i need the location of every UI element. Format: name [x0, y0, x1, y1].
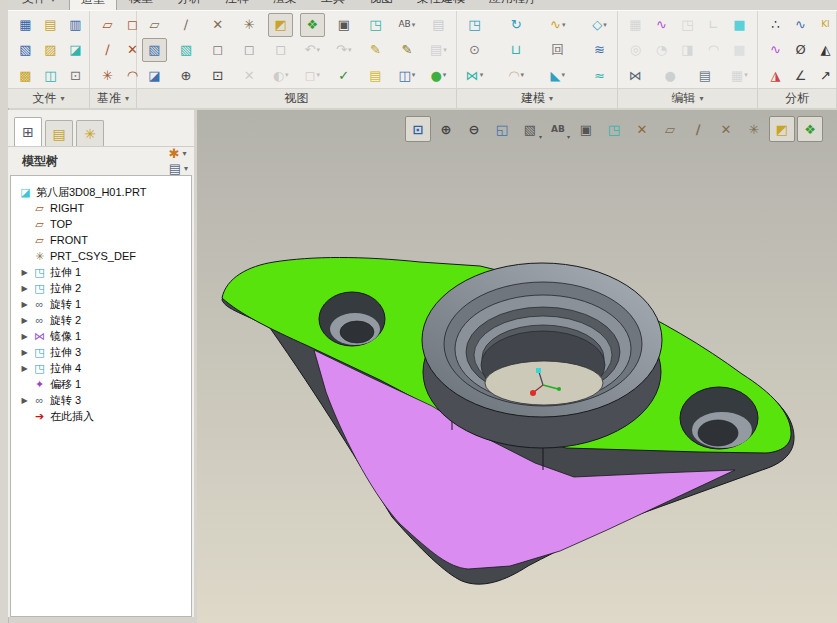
merge-button[interactable]: ■	[727, 13, 752, 37]
tree-item-RIGHT[interactable]: ▱RIGHT	[11, 200, 191, 216]
saved-views-button[interactable]: AB▾	[545, 116, 571, 142]
freestyle-button[interactable]: ≈	[587, 63, 612, 87]
extend-button[interactable]: ∟	[701, 13, 726, 37]
windows-button[interactable]: ◫▾	[394, 63, 419, 87]
shell-button[interactable]: 回	[545, 38, 570, 62]
expand-arrow-icon[interactable]: ▶	[18, 316, 31, 325]
axis-display-button[interactable]: ∕	[174, 13, 199, 37]
wireframe-button[interactable]: ◻	[268, 38, 293, 62]
central-boss[interactable]	[422, 263, 662, 448]
extrude-button[interactable]: ◳	[462, 13, 487, 37]
shade-with-edges-button[interactable]: ▧	[142, 38, 167, 62]
counterbore-hole-left[interactable]	[319, 292, 385, 346]
save-button[interactable]: ▦	[13, 13, 38, 37]
counterbore-hole-right[interactable]	[680, 387, 758, 449]
expand-arrow-icon[interactable]: ▶	[18, 300, 31, 309]
tree-item-偏移 1[interactable]: ✦偏移 1	[11, 376, 191, 392]
blend-button[interactable]: ◇▾	[587, 13, 612, 37]
display-style-button[interactable]: ▧▾	[517, 116, 543, 142]
favorites-tab[interactable]: ✳	[76, 120, 104, 146]
mirror-button[interactable]: ⋈	[623, 63, 648, 87]
datum-csys-button[interactable]: ✳	[95, 63, 120, 87]
tree-item-第八届3D08_H01.PRT[interactable]: ◪第八届3D08_H01.PRT	[11, 184, 191, 200]
curve-analysis-button[interactable]: ∿	[763, 38, 788, 62]
visibility-button[interactable]: ◐▾	[268, 63, 293, 87]
spin-center-button[interactable]: ❖	[300, 13, 325, 37]
snapshot-button[interactable]: ▣	[331, 13, 356, 37]
group-label-建模[interactable]: 建模▾	[457, 89, 618, 108]
boundary-surface-button[interactable]: ≋	[587, 38, 612, 62]
group-label-编辑[interactable]: 编辑▾	[618, 89, 758, 108]
project-button[interactable]: ◨	[675, 38, 700, 62]
graphics-area[interactable]: ⊡⊕⊖◱▧▾AB▾▣◳✕▱∕✕✳◩❖	[197, 110, 837, 623]
ribbon-tab-柔性建模[interactable]: 柔性建模	[405, 0, 477, 10]
shaded-curvature-button[interactable]: ◮	[763, 63, 788, 87]
view-normal-button[interactable]: ◳	[601, 116, 627, 142]
ribbon-tab-分析[interactable]: 分析	[165, 0, 213, 10]
group-label-分析[interactable]: 分析	[758, 89, 837, 108]
group-button[interactable]: ▤	[692, 63, 717, 87]
angle-analysis-button[interactable]: ∠	[788, 63, 813, 87]
round-button[interactable]: ◠▾	[504, 63, 529, 87]
csys-display-button[interactable]: ✳	[237, 13, 262, 37]
solidify-button[interactable]: ■	[727, 38, 752, 62]
window-restore-button[interactable]: ⊡	[63, 63, 88, 87]
offset-button[interactable]: ◎	[623, 38, 648, 62]
mass-properties-button[interactable]: KI	[813, 13, 837, 37]
copy-button[interactable]: ▤	[426, 13, 451, 37]
spin-center-button[interactable]: ❖	[797, 116, 823, 142]
tree-filters-button[interactable]: ▤▾	[169, 161, 188, 176]
flow-analysis-button[interactable]: ↗	[813, 63, 837, 87]
model-tree-tab[interactable]: ⊞	[14, 117, 42, 146]
expand-arrow-icon[interactable]: ▶	[18, 268, 31, 277]
measure-button[interactable]: ∴	[763, 13, 788, 37]
unhide-button[interactable]: ✕	[237, 63, 262, 87]
tree-tools-button[interactable]: ✱▾	[169, 146, 188, 161]
tree-item-PRT_CSYS_DEF[interactable]: ✳PRT_CSYS_DEF	[11, 248, 191, 264]
shade-button[interactable]: ▧	[174, 38, 199, 62]
tree-item-拉伸 4[interactable]: ▶◳拉伸 4	[11, 360, 191, 376]
regenerate-button[interactable]: ✎	[363, 38, 388, 62]
zoom-out-button[interactable]: ⊖	[461, 116, 487, 142]
import-button[interactable]: ◫	[38, 63, 63, 87]
named-views-button[interactable]: AB▾	[394, 13, 419, 37]
tree-item-拉伸 3[interactable]: ▶◳拉伸 3	[11, 344, 191, 360]
ribbon-tab-应用程序[interactable]: 应用程序	[477, 0, 549, 10]
save-as-button[interactable]: ▥	[63, 13, 88, 37]
curvature-button[interactable]: ◭	[813, 38, 837, 62]
zoom-in-button[interactable]: ⊕	[174, 63, 199, 87]
snapshot-button[interactable]: ▣	[573, 116, 599, 142]
plane-display-button[interactable]: ▱	[142, 13, 167, 37]
tree-item-TOP[interactable]: ▱TOP	[11, 216, 191, 232]
point-display-button[interactable]: ✕	[713, 116, 739, 142]
axis-display-button[interactable]: ∕	[685, 116, 711, 142]
hole-button[interactable]: ⊔	[504, 38, 529, 62]
tree-item-FRONT[interactable]: ▱FRONT	[11, 232, 191, 248]
tree-item-在此插入[interactable]: ➔在此插入	[11, 408, 191, 424]
revolve-button[interactable]: ↻	[504, 13, 529, 37]
folder-browser-tab[interactable]: ▤	[45, 120, 73, 146]
ribbon-tab-工具[interactable]: 工具	[309, 0, 357, 10]
open-button[interactable]: ▤	[38, 13, 63, 37]
datum-display-off-button[interactable]: ✕	[629, 116, 655, 142]
paste-button[interactable]: ▤▾	[426, 38, 451, 62]
expand-arrow-icon[interactable]: ▶	[18, 348, 31, 357]
tree-item-拉伸 1[interactable]: ▶◳拉伸 1	[11, 264, 191, 280]
tree-item-旋转 2[interactable]: ▶∞旋转 2	[11, 312, 191, 328]
mirror-geometry-button[interactable]: ⋈▾	[462, 63, 487, 87]
no-hidden-button[interactable]: ◻	[237, 38, 262, 62]
revolve-axis-button[interactable]: ⊙	[462, 38, 487, 62]
draft-check-button[interactable]: ✓	[331, 63, 356, 87]
datum-axis-button[interactable]: ∕	[95, 38, 120, 62]
erase-button[interactable]: ◪	[63, 38, 88, 62]
hidden-line-button[interactable]: ◻	[205, 38, 230, 62]
sweep-button[interactable]: ∿▾	[545, 13, 570, 37]
ribbon-tab-文件[interactable]: 文件▼	[10, 0, 69, 10]
wrap-button[interactable]: ◠	[701, 38, 726, 62]
point-display-button[interactable]: ✕	[205, 13, 230, 37]
appearance-button[interactable]: ●▾	[426, 63, 451, 87]
view-normal-button[interactable]: ◳	[363, 13, 388, 37]
refit-button[interactable]: ◱	[489, 116, 515, 142]
diameter-analysis-button[interactable]: Ø	[788, 38, 813, 62]
backup-button[interactable]: ▩	[13, 63, 38, 87]
